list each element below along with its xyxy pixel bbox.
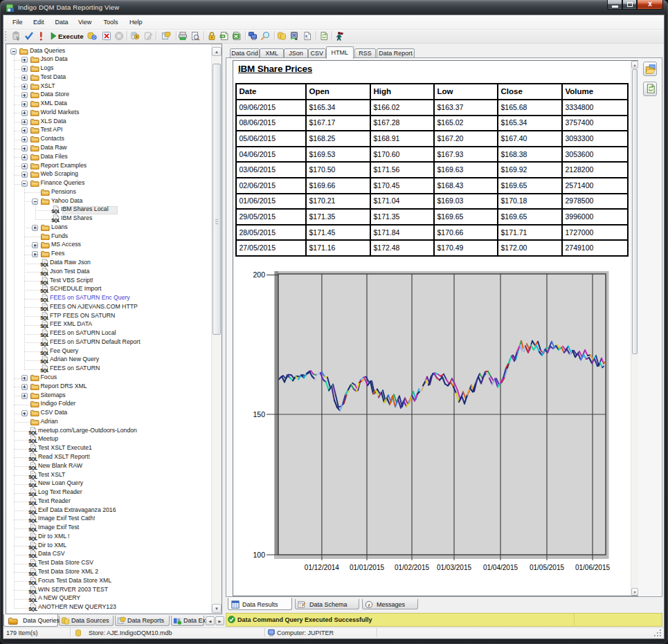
svg-text:SQL: SQL bbox=[28, 510, 37, 515]
svg-text:SQL: SQL bbox=[28, 439, 37, 444]
svg-text:01/06/2015: 01/06/2015 bbox=[575, 564, 610, 571]
svg-text:01/01/2015: 01/01/2015 bbox=[350, 564, 384, 571]
svg-text:SQL: SQL bbox=[40, 333, 48, 338]
svg-text:SQL: SQL bbox=[28, 448, 37, 452]
svg-text:SQL: SQL bbox=[40, 288, 48, 293]
svg-text:SQL: SQL bbox=[51, 210, 60, 214]
svg-text:SQL: SQL bbox=[28, 589, 37, 594]
svg-text:SQL: SQL bbox=[28, 492, 37, 497]
svg-text:SQL: SQL bbox=[28, 536, 37, 541]
svg-text:SQL: SQL bbox=[40, 351, 48, 356]
svg-text:SQL: SQL bbox=[51, 218, 60, 223]
svg-text:100: 100 bbox=[253, 551, 265, 559]
svg-text:SQL: SQL bbox=[28, 457, 37, 461]
svg-text:SQL: SQL bbox=[28, 501, 37, 506]
svg-text:150: 150 bbox=[253, 410, 265, 418]
svg-text:SQL: SQL bbox=[28, 554, 37, 559]
svg-text:SQL: SQL bbox=[40, 342, 48, 347]
svg-text:SQL: SQL bbox=[40, 306, 48, 311]
svg-text:SQL: SQL bbox=[28, 475, 37, 479]
svg-text:SQL: SQL bbox=[28, 571, 37, 576]
svg-text:i: i bbox=[368, 602, 370, 607]
svg-text:01/04/2015: 01/04/2015 bbox=[483, 564, 518, 571]
svg-text:SQL: SQL bbox=[28, 518, 37, 523]
svg-text:SQL: SQL bbox=[28, 483, 37, 488]
svg-text:SQL: SQL bbox=[28, 598, 37, 602]
svg-text:SQL: SQL bbox=[28, 527, 37, 532]
svg-text:SQL: SQL bbox=[28, 607, 37, 611]
svg-text:200: 200 bbox=[253, 270, 265, 279]
svg-text:SQL: SQL bbox=[28, 466, 37, 470]
svg-text:SQL: SQL bbox=[40, 297, 48, 302]
svg-text:SQL: SQL bbox=[28, 580, 37, 585]
svg-text:SQL: SQL bbox=[28, 562, 37, 567]
svg-text:SQL: SQL bbox=[28, 545, 37, 550]
svg-text:SQL: SQL bbox=[40, 280, 48, 285]
svg-text:SQL: SQL bbox=[40, 315, 48, 320]
svg-text:SQL: SQL bbox=[28, 430, 37, 435]
svg-text:SQL: SQL bbox=[40, 271, 48, 276]
svg-text:01/02/2015: 01/02/2015 bbox=[395, 564, 429, 571]
svg-text:01/03/2015: 01/03/2015 bbox=[437, 564, 471, 571]
svg-text:SQL: SQL bbox=[40, 360, 48, 365]
svg-text:SQL: SQL bbox=[40, 324, 48, 329]
svg-text:SQL: SQL bbox=[40, 262, 48, 267]
svg-text:01/05/2015: 01/05/2015 bbox=[530, 564, 564, 571]
svg-text:01/12/2014: 01/12/2014 bbox=[305, 564, 339, 571]
svg-text:SQL: SQL bbox=[40, 368, 48, 373]
